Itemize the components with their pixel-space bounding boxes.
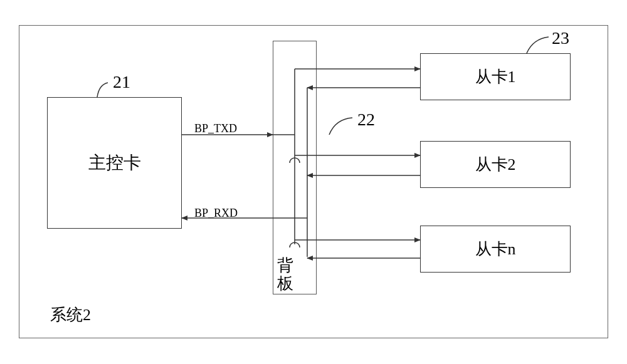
backplane-label: 背板 <box>277 257 296 293</box>
ref-label-22: 22 <box>357 110 375 130</box>
slave-card-3: 从卡n <box>420 226 571 273</box>
slave-card-2: 从卡2 <box>420 141 571 188</box>
signal-txd-label: BP_TXD <box>194 122 237 135</box>
signal-rxd-label: BP_RXD <box>194 207 238 220</box>
slave-card-1: 从卡1 <box>420 53 571 100</box>
ref-label-23: 23 <box>552 28 569 48</box>
master-card-label: 主控卡 <box>88 151 141 175</box>
slave-card-3-label: 从卡n <box>475 238 516 260</box>
master-card: 主控卡 <box>47 97 182 229</box>
slave-card-1-label: 从卡1 <box>475 66 516 88</box>
slave-card-2-label: 从卡2 <box>475 153 516 175</box>
system-label: 系统2 <box>50 304 91 326</box>
ref-label-21: 21 <box>113 72 130 92</box>
